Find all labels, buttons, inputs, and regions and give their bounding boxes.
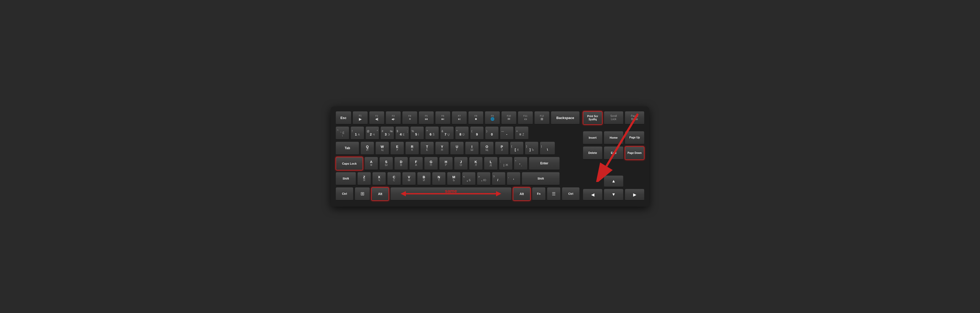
key-y[interactable]: Y Н xyxy=(435,141,449,155)
key-v[interactable]: V М xyxy=(402,172,416,186)
key-delete[interactable]: Delete xyxy=(583,146,603,160)
key-pause-break[interactable]: PauseBreak xyxy=(625,111,644,125)
key-f3[interactable]: F3 ◀+ xyxy=(386,111,401,125)
key-tab[interactable]: Tab xyxy=(336,141,359,155)
key-page-down[interactable]: Page Down xyxy=(625,146,644,160)
key-insert[interactable]: Insert xyxy=(583,131,603,145)
key-shift-left[interactable]: Shift xyxy=(336,172,356,186)
key-comma[interactable]: < , Б xyxy=(462,172,476,186)
key-equals[interactable]: + = Ž xyxy=(515,126,528,140)
svg-marker-1 xyxy=(496,191,501,196)
key-arrow-down[interactable]: ▼ xyxy=(604,189,624,201)
key-q[interactable]: Q Й xyxy=(361,141,374,155)
key-x[interactable]: X Ч xyxy=(372,172,386,186)
key-a[interactable]: A Ф xyxy=(364,157,378,170)
key-p[interactable]: P З xyxy=(495,141,509,155)
key-7[interactable]: & 7 Ų xyxy=(440,126,454,140)
key-backspace[interactable]: Backspace xyxy=(551,111,580,125)
key-s[interactable]: S Ы xyxy=(379,157,393,170)
key-f11[interactable]: F11 ▭ xyxy=(518,111,533,125)
key-o[interactable]: O Щ xyxy=(480,141,494,155)
key-f10[interactable]: F10 ✉ xyxy=(501,111,517,125)
key-win[interactable]: ⊞ xyxy=(355,187,370,201)
key-i[interactable]: I Ш xyxy=(465,141,479,155)
key-f2[interactable]: F2 ◀| xyxy=(369,111,384,125)
key-lbracket[interactable]: { [ Х xyxy=(510,141,523,155)
key-menu[interactable]: ☰ xyxy=(547,187,560,201)
key-m[interactable]: M Ь xyxy=(447,172,461,186)
key-ctrl-right[interactable]: Ctrl xyxy=(562,187,580,201)
key-j[interactable]: J О xyxy=(454,157,468,170)
key-backslash[interactable]: | \ xyxy=(540,141,555,155)
key-z[interactable]: Z Я xyxy=(357,172,371,186)
key-caps-lock[interactable]: Caps Lock xyxy=(336,157,363,170)
key-c[interactable]: C С xyxy=(387,172,401,186)
key-d[interactable]: D В xyxy=(394,157,408,170)
qwerty-row: Tab Q Й W Ц E У R К T Е Y xyxy=(336,141,580,155)
key-2[interactable]: @" 2 Ч xyxy=(366,126,379,140)
key-page-up[interactable]: Page Up xyxy=(625,131,644,145)
svg-text:same: same xyxy=(445,189,457,194)
key-3[interactable]: #№ 3 Э xyxy=(380,126,394,140)
key-end[interactable]: End xyxy=(604,146,624,160)
arrow-bottom-row: ◀ ▼ ▶ xyxy=(583,189,644,201)
key-f8[interactable]: F8 ■ xyxy=(468,111,484,125)
key-k[interactable]: K Л xyxy=(469,157,483,170)
key-w[interactable]: W Ц xyxy=(375,141,389,155)
key-esc[interactable]: Esc xyxy=(336,111,351,125)
key-e[interactable]: E У xyxy=(390,141,404,155)
key-9[interactable]: ( 9 xyxy=(470,126,484,140)
key-l[interactable]: L Д xyxy=(484,157,498,170)
key-rbracket[interactable]: } ] Ъ xyxy=(525,141,538,155)
key-semicolon[interactable]: : ; Ж xyxy=(499,157,512,170)
key-arrow-right[interactable]: ▶ xyxy=(625,189,644,201)
key-quote[interactable]: " ' , xyxy=(514,157,528,170)
key-h[interactable]: H Р xyxy=(439,157,453,170)
key-alt-right[interactable]: Alt xyxy=(513,187,531,201)
key-f4[interactable]: F4 ✕ xyxy=(402,111,417,125)
key-f5[interactable]: F5 ⏮ xyxy=(419,111,434,125)
key-print-screen[interactable]: Print ScrSysRq xyxy=(583,111,603,125)
key-g[interactable]: G П xyxy=(424,157,438,170)
key-5[interactable]: % 5 İ xyxy=(410,126,424,140)
key-0[interactable]: ) 0 xyxy=(485,126,499,140)
key-space[interactable]: same xyxy=(390,187,512,201)
nav-cluster: Print ScrSysRq ScrollLock PauseBreak Ins… xyxy=(583,111,644,201)
key-scroll-lock[interactable]: ScrollLock xyxy=(604,111,624,125)
key-f9[interactable]: F9 🌐 xyxy=(485,111,500,125)
bottom-row: Ctrl ⊞ Alt same xyxy=(336,187,580,201)
key-shift-right[interactable]: Shift xyxy=(522,172,560,186)
nav-spacer xyxy=(583,162,644,174)
key-8[interactable]: * 8 Ū xyxy=(455,126,469,140)
key-f6[interactable]: F6 ⏭ xyxy=(435,111,450,125)
key-tilde[interactable]: ~ ` Ё \ xyxy=(336,126,349,140)
key-home[interactable]: Home xyxy=(604,131,624,145)
key-enter[interactable]: Enter xyxy=(529,157,560,170)
main-keyboard: Esc F1 ▶ F2 ◀| F3 ◀+ F4 ✕ F5 ⏮ xyxy=(336,111,580,201)
nav-delete-row: Delete End Page Down xyxy=(583,146,644,160)
key-f7[interactable]: F7 ⏯ xyxy=(452,111,467,125)
key-ctrl-left[interactable]: Ctrl xyxy=(336,187,353,201)
key-fn[interactable]: Fn xyxy=(532,187,546,201)
key-minus[interactable]: — - xyxy=(500,126,514,140)
key-alt-left[interactable]: Alt xyxy=(371,187,389,201)
key-b[interactable]: B И xyxy=(417,172,431,186)
key-r[interactable]: R К xyxy=(405,141,419,155)
key-slash[interactable]: ? / . xyxy=(492,172,506,186)
key-arrow-left[interactable]: ◀ xyxy=(583,189,603,201)
nav-insert-row: Insert Home Page Up xyxy=(583,131,644,145)
key-n[interactable]: N Т xyxy=(432,172,446,186)
key-u[interactable]: U Г xyxy=(450,141,464,155)
key-4[interactable]: $; 4 Е xyxy=(395,126,409,140)
key-arrow-up[interactable]: ▲ xyxy=(604,175,624,187)
number-row: ~ ` Ё \ ! 1 А @" 2 Ч xyxy=(336,126,580,140)
key-period[interactable]: > . Ю xyxy=(477,172,490,186)
key-f1[interactable]: F1 ▶ xyxy=(353,111,368,125)
key-t[interactable]: T Е xyxy=(420,141,434,155)
nav-gap xyxy=(583,126,644,130)
key-1[interactable]: ! 1 А xyxy=(350,126,364,140)
key-comma2[interactable]: , ' xyxy=(507,172,520,186)
key-f12[interactable]: F12 ⊞ xyxy=(534,111,549,125)
key-6[interactable]: ^ 6 Š xyxy=(425,126,439,140)
key-f[interactable]: F А xyxy=(409,157,423,170)
